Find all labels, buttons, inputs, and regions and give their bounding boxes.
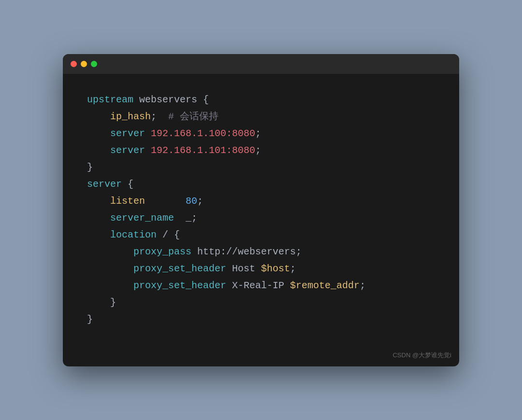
line-upstream: upstream webservers { <box>87 91 435 108</box>
line-servername: server_name _; <box>87 210 435 226</box>
close-dot[interactable] <box>71 61 77 67</box>
line-proxypass: proxy_pass http://webservers; <box>87 243 435 260</box>
line-iphash: ip_hash; # 会话保持 <box>87 108 435 125</box>
code-block: upstream webservers { ip_hash; # 会话保持 se… <box>63 74 459 347</box>
line-location: location / { <box>87 226 435 243</box>
line-server-block: server { <box>87 176 435 193</box>
line-server1: server 192.168.1.100:8080; <box>87 125 435 142</box>
line-close2: } <box>87 294 435 311</box>
line-proxyhost: proxy_set_header Host $host; <box>87 260 435 277</box>
title-bar <box>63 54 459 74</box>
line-server2: server 192.168.1.101:8080; <box>87 142 435 159</box>
watermark: CSDN @大梦谁先觉i <box>63 347 459 366</box>
terminal-window: upstream webservers { ip_hash; # 会话保持 se… <box>63 54 459 366</box>
minimize-dot[interactable] <box>81 61 87 67</box>
line-close1: } <box>87 159 435 176</box>
line-proxyip: proxy_set_header X-Real-IP $remote_addr; <box>87 277 435 294</box>
line-close3: } <box>87 311 435 328</box>
line-listen: listen 80; <box>87 193 435 210</box>
maximize-dot[interactable] <box>91 61 97 67</box>
